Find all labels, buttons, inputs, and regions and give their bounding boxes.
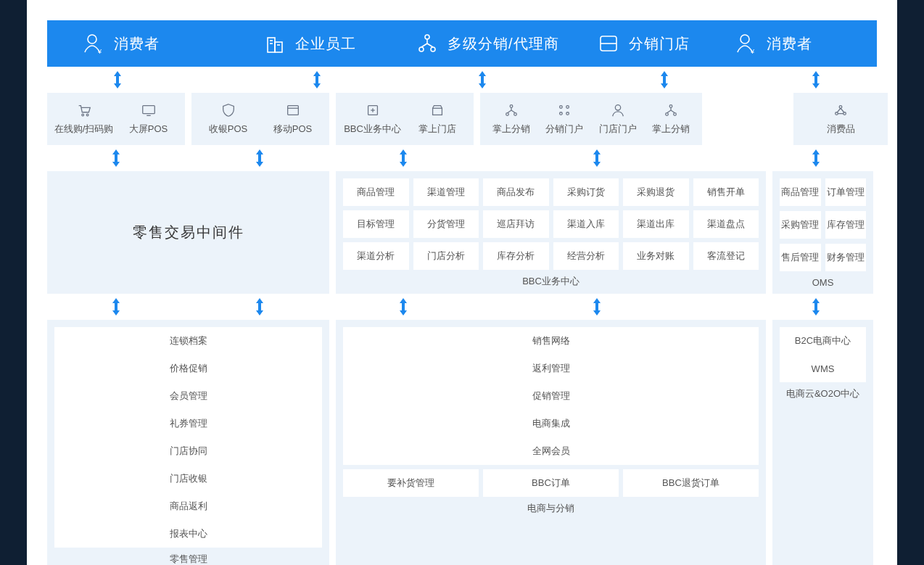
grid-cell: 全网会员 (343, 437, 759, 465)
header-item-agent: 多级分销/代理商 (412, 32, 597, 55)
grid-cell: 库存管理 (825, 211, 867, 239)
svg-rect-3 (275, 42, 282, 52)
oms-block: 商品管理订单管理采购管理库存管理售后管理财务管理 OMS (772, 171, 873, 294)
double-arrow-icon (312, 70, 322, 90)
tool-palm-dist-b: 掌上分销 (645, 102, 698, 136)
tool-label: 收银POS (209, 123, 247, 136)
arrow-row-1 (47, 67, 877, 93)
double-arrow-icon (811, 148, 821, 168)
header-label: 消费者 (114, 34, 160, 54)
grid-cell: 采购订货 (553, 178, 619, 206)
grid-cell: 分货管理 (413, 210, 479, 238)
svg-point-29 (510, 105, 513, 108)
tool-big-pos: 大屏POS (116, 102, 181, 136)
grid-cell: 门店收银 (54, 465, 322, 492)
oms-block-label: OMS (780, 272, 866, 291)
user-yuan-icon: ¥ (735, 32, 758, 55)
header-item-store: 分销门店 (597, 32, 735, 55)
svg-rect-50 (402, 302, 405, 311)
user-icon (610, 102, 626, 118)
tools-row: 在线购/扫码购 大屏POS 收银POS 移动POS BBC业务中心 掌上门店 掌… (47, 93, 877, 145)
tool-label: 大屏POS (129, 123, 168, 136)
ecom-block: 销售网络返利管理促销管理电商集成全网会员 要补货管理BBC订单BBC退货订单 电… (336, 320, 766, 565)
grid-cell: 经营分析 (553, 242, 619, 270)
grid-cell: 销售网络 (343, 327, 759, 355)
svg-point-30 (506, 113, 508, 116)
svg-point-33 (566, 106, 569, 109)
shop-icon (429, 102, 445, 118)
grid-cell: 价格促销 (54, 355, 322, 382)
svg-rect-21 (142, 106, 154, 114)
building-icon (263, 32, 286, 55)
svg-rect-18 (814, 75, 817, 84)
grid-cell: 渠道盘点 (693, 210, 759, 238)
bbc-block: 商品管理渠道管理商品发布采购订货采购退货销售开单目标管理分货管理巡店拜访渠道入库… (336, 171, 766, 294)
double-arrow-icon (255, 297, 265, 317)
double-arrow-icon (477, 70, 487, 90)
svg-point-19 (81, 114, 83, 116)
svg-rect-49 (258, 302, 261, 311)
header-label: 分销门店 (629, 34, 690, 54)
tool-cashier-pos: 收银POS (196, 102, 260, 136)
header-item-employee: 企业员工 (245, 32, 412, 55)
tool-bbc-center: BBC业务中心 (340, 102, 405, 136)
monitor-icon (141, 102, 157, 118)
grid-cell: 要补货管理 (343, 469, 479, 497)
svg-rect-28 (432, 108, 442, 115)
svg-rect-47 (814, 154, 817, 162)
header-label: 多级分销/代理商 (447, 34, 559, 54)
svg-point-8 (419, 47, 424, 51)
svg-rect-45 (402, 154, 405, 162)
header-item-consumer-b: ¥ 消费者 (735, 32, 858, 55)
tool-label: 消费品 (827, 123, 855, 136)
svg-point-42 (843, 112, 846, 115)
middleware-label: 零售交易中间件 (133, 223, 244, 242)
tool-palm-dist-a: 掌上分销 (484, 102, 538, 136)
grid-cell: BBC订单 (483, 469, 619, 497)
double-arrow-icon (111, 297, 121, 317)
double-arrow-icon (592, 148, 602, 168)
grid-cell: 会员管理 (54, 382, 322, 410)
grid-cell: 业务对账 (623, 242, 689, 270)
tool-label: 在线购/扫码购 (54, 123, 114, 136)
svg-point-12 (741, 35, 749, 44)
grid-cell: 促销管理 (343, 382, 759, 410)
svg-rect-44 (258, 154, 261, 162)
double-arrow-icon (398, 297, 408, 317)
grid-cell: 门店协同 (54, 437, 322, 465)
svg-point-41 (836, 112, 838, 115)
double-arrow-icon (811, 297, 821, 317)
svg-point-35 (566, 112, 569, 115)
svg-rect-2 (268, 38, 275, 52)
svg-point-39 (674, 113, 677, 116)
svg-point-0 (88, 35, 96, 44)
svg-rect-17 (663, 75, 666, 84)
branch-icon (663, 102, 679, 118)
tool-label: 移动POS (273, 123, 312, 136)
mid-row: 零售交易中间件 商品管理渠道管理商品发布采购订货采购退货销售开单目标管理分货管理… (47, 171, 877, 294)
grid-cell: 商品管理 (343, 178, 409, 206)
grid-cell: 售后管理 (780, 244, 821, 271)
svg-point-34 (560, 112, 563, 115)
svg-point-40 (839, 106, 842, 109)
svg-point-37 (669, 105, 672, 108)
grid-cell: 财务管理 (825, 244, 867, 271)
grid-cell: 门店分析 (413, 242, 479, 270)
grid-cell: 目标管理 (343, 210, 409, 238)
grid-cell: 渠道分析 (343, 242, 409, 270)
header-bar: ¥ 消费者 企业员工 多级分销/代理商 分销门店 ¥ 消费者 (47, 20, 877, 67)
tool-label: 分销门户 (545, 123, 583, 136)
cloud-block-label: 电商云&O2O中心 (780, 382, 866, 403)
grid-cell: 渠道管理 (413, 178, 479, 206)
svg-text:¥: ¥ (750, 48, 755, 55)
tool-dist-portal: 分销门户 (538, 102, 592, 136)
double-arrow-icon (592, 297, 602, 317)
grid-cell: 订单管理 (825, 178, 867, 206)
double-arrow-icon (659, 70, 669, 90)
double-arrow-icon (255, 148, 265, 168)
grid-cell: 返利管理 (343, 355, 759, 382)
svg-rect-16 (481, 75, 484, 84)
header-label: 消费者 (767, 34, 812, 54)
window-icon (285, 102, 301, 118)
grid-cell: 采购管理 (780, 211, 821, 239)
